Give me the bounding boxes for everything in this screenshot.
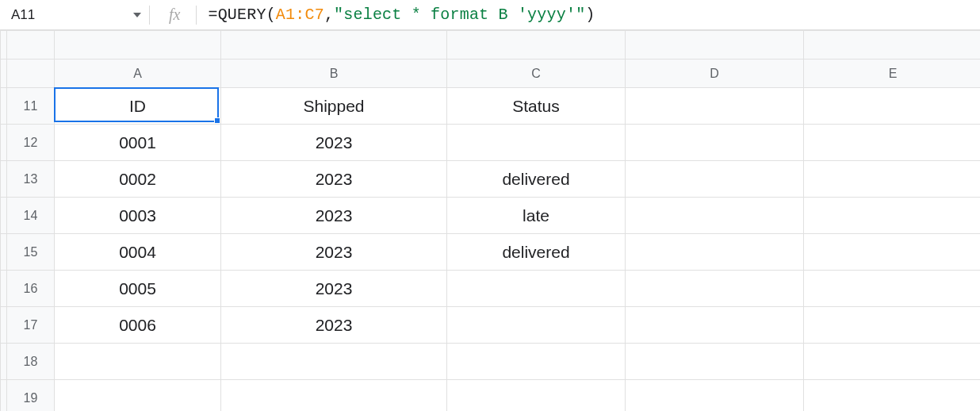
cell[interactable]: 2023 [221,271,447,307]
col-header-B[interactable]: B [221,60,447,88]
row-header[interactable]: 18 [7,344,55,380]
spacer-row [1,31,981,60]
cell[interactable] [221,344,447,380]
cell[interactable] [804,88,981,125]
cell[interactable] [447,380,626,412]
spreadsheet-grid[interactable]: A B C D E 11IDShippedStatus1200012023130… [0,30,980,411]
row-header[interactable]: 11 [7,88,55,125]
cell[interactable] [447,307,626,344]
formula-open: ( [266,6,276,24]
col-header-E[interactable]: E [804,60,981,88]
cell[interactable] [447,125,626,161]
grid-row: 11IDShippedStatus [1,88,981,125]
grid-row: 18 [1,344,981,380]
grid-row: 1200012023 [1,125,981,161]
cell[interactable]: Shipped [221,88,447,125]
cell[interactable] [804,234,981,271]
row-header[interactable]: 17 [7,307,55,344]
grid-row: 19 [1,380,981,412]
formula-string: "select * format B 'yyyy'" [334,6,585,24]
grid-row: 1300022023delivered [1,161,981,198]
cell[interactable]: 2023 [221,307,447,344]
cell[interactable] [626,344,804,380]
cell[interactable]: 2023 [221,125,447,161]
row-header[interactable]: 16 [7,271,55,307]
spacer [1,344,7,380]
cell[interactable] [804,344,981,380]
cell[interactable] [626,161,804,198]
cell[interactable] [804,198,981,234]
spacer [1,307,7,344]
row-header[interactable]: 15 [7,234,55,271]
grid-row: 1600052023 [1,271,981,307]
spacer [1,88,7,125]
cell[interactable]: 2023 [221,234,447,271]
name-box-value: A11 [11,7,35,23]
cell[interactable] [804,125,981,161]
grid-row: 1400032023late [1,198,981,234]
spacer [1,60,7,88]
cell[interactable]: 0004 [55,234,221,271]
cell[interactable]: 0002 [55,161,221,198]
col-header-A[interactable]: A [55,60,221,88]
spacer [1,234,7,271]
spacer [1,161,7,198]
cell[interactable] [447,344,626,380]
cell[interactable]: 0005 [55,271,221,307]
fx-icon: fx [150,6,196,24]
col-header-D[interactable]: D [626,60,804,88]
formula-prefix: = [208,6,217,24]
cell[interactable] [804,271,981,307]
cell[interactable] [804,307,981,344]
spacer [1,198,7,234]
cell[interactable]: 0006 [55,307,221,344]
name-box[interactable]: A11 [0,0,149,29]
cell[interactable]: delivered [447,161,626,198]
cell[interactable] [55,344,221,380]
row-header[interactable]: 14 [7,198,55,234]
formula-func: QUERY [218,6,266,24]
cell[interactable]: 2023 [221,198,447,234]
spacer [1,125,7,161]
cell[interactable] [221,380,447,412]
cell[interactable]: Status [447,88,626,125]
formula-bar[interactable]: =QUERY(A1:C7,"select * format B 'yyyy'") [197,6,980,24]
cell[interactable]: 0001 [55,125,221,161]
cell[interactable]: 2023 [221,161,447,198]
cell[interactable]: 0003 [55,198,221,234]
cell[interactable] [55,380,221,412]
cell[interactable]: late [447,198,626,234]
cell[interactable] [804,161,981,198]
grid-row: 1500042023delivered [1,234,981,271]
spacer [1,380,7,412]
cell[interactable] [626,380,804,412]
formula-comma: , [324,6,334,24]
cell[interactable] [626,198,804,234]
formula-range: A1:C7 [276,6,324,24]
row-header[interactable]: 12 [7,125,55,161]
cell[interactable] [626,234,804,271]
name-and-formula-bar: A11 fx =QUERY(A1:C7,"select * format B '… [0,0,980,30]
column-header-row: A B C D E [1,60,981,88]
cell[interactable] [626,307,804,344]
col-header-C[interactable]: C [447,60,626,88]
chevron-down-icon[interactable] [133,13,141,17]
row-header[interactable]: 19 [7,380,55,412]
cell[interactable]: ID [55,88,221,125]
select-all-corner[interactable] [7,60,55,88]
formula-close: ) [585,6,595,24]
cell[interactable]: delivered [447,234,626,271]
row-header[interactable]: 13 [7,161,55,198]
cell[interactable] [447,271,626,307]
cell[interactable] [804,380,981,412]
spacer [1,271,7,307]
cell[interactable] [626,88,804,125]
grid-row: 1700062023 [1,307,981,344]
cell[interactable] [626,271,804,307]
cell[interactable] [626,125,804,161]
